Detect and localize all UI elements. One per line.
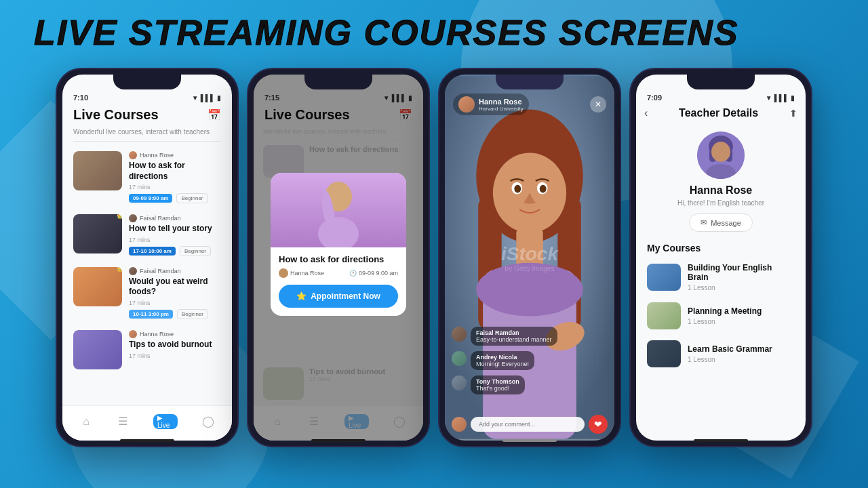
phone-1-title: Live Courses: [73, 107, 159, 123]
nav-home[interactable]: ⌂: [80, 415, 92, 428]
p4-course-name-2: Planning a Meeting: [688, 306, 762, 316]
teacher-avatar-image: [697, 131, 745, 179]
tag-level-3: Beginner: [177, 309, 208, 319]
teacher-large-avatar: [697, 131, 745, 179]
calendar-icon[interactable]: 📅: [208, 108, 221, 121]
phone-4-title: Teacher Details: [679, 107, 758, 119]
back-button[interactable]: ‹: [644, 107, 648, 119]
course-name-3: Would you eat weird foods?: [129, 277, 221, 298]
tag-level-2: Beginner: [180, 246, 211, 256]
p4-course-item-1[interactable]: Building Your English Brain 1 Lesson: [636, 259, 806, 296]
course-thumb-4: [73, 330, 122, 369]
course-teacher-3: Faisal Ramdan: [129, 267, 221, 275]
course-item-2[interactable]: 👑 Faisal Ramdan How to tell your story 1…: [62, 210, 232, 260]
chat-message-3: Tony Thomson That's good!: [452, 375, 608, 394]
svg-point-10: [514, 185, 521, 193]
modal-meta: Hanna Rose 🕐 09-09 9:00 am: [271, 268, 406, 285]
comment-input[interactable]: [471, 417, 585, 432]
course-thumb-1: [73, 151, 122, 190]
course-thumb-3: 👑: [73, 267, 122, 306]
course-duration-4: 17 mins: [129, 352, 221, 359]
phone-1-status-icons: ▼ ▌▌▌ ▮: [192, 94, 221, 102]
home-icon: ⌂: [80, 415, 92, 428]
appointment-button[interactable]: ⭐ Appointment Now: [279, 285, 398, 308]
phone-4: 7:09 ▼ ▌▌▌ ▮ ‹ Teacher Details ⬆: [629, 68, 812, 447]
battery-icon: ▮: [217, 94, 221, 102]
teacher-name-display: Hanna Rose: [690, 184, 752, 197]
p4-thumb-2: [647, 302, 681, 329]
crown-badge-3: 👑: [117, 267, 122, 272]
phone-2-notch: [304, 75, 372, 89]
live-teacher-details: Hanna Rose Harvard University: [479, 98, 524, 112]
modal-person-image: [271, 173, 406, 247]
chat-text-2: Morning! Everyone!: [476, 361, 529, 367]
page-title: LIVE STREAMING COURSES SCREENS: [34, 12, 738, 53]
chat-message-1: Faisal Ramdan Easy-to-understand manner: [452, 327, 608, 346]
svg-point-11: [540, 185, 547, 193]
chat-name-3: Tony Thomson: [476, 378, 519, 385]
teacher-avatar-sm-1: [129, 151, 137, 159]
p4-thumb-1: [647, 264, 681, 291]
p4-course-name-3: Learn Basic Grammar: [688, 344, 772, 354]
signal-icon-4: ▌▌▌: [774, 94, 789, 102]
chat-avatar-tony: [452, 375, 467, 390]
phone-3-home-indicator: [502, 439, 557, 442]
course-tags-2: 17-10 10:00 am Beginner: [129, 246, 221, 256]
modal-teacher-avatar: [279, 268, 288, 278]
course-item-1[interactable]: Hanna Rose How to ask for directions 17 …: [62, 147, 232, 207]
course-duration-3: 17 mins: [129, 300, 221, 306]
course-info-2: Faisal Ramdan How to tell your story 17 …: [129, 214, 221, 256]
phone-3-notch: [496, 75, 564, 89]
chat-message-2: Andrey Nicola Morning! Everyone!: [452, 351, 608, 370]
wifi-icon: ▼: [192, 94, 199, 102]
tag-time-2: 17-10 10:00 am: [129, 247, 176, 256]
p4-course-item-2[interactable]: Planning a Meeting 1 Lesson: [636, 298, 806, 333]
p4-thumb-3: [647, 340, 681, 367]
watermark: iStock by Getty Images: [501, 243, 558, 272]
share-button[interactable]: ⬆: [789, 108, 797, 119]
modal-teacher-info: Hanna Rose: [279, 268, 324, 278]
phone-1-subtitle: Wonderful live courses, interact with te…: [62, 128, 232, 141]
phone-1-bottom-nav: ⌂ ☰ ▶ Live ◯: [62, 405, 232, 441]
svg-point-20: [711, 142, 730, 162]
course-tags-3: 10-11 3:00 pm Beginner: [129, 309, 221, 319]
message-button[interactable]: ✉ Message: [689, 214, 753, 232]
live-close-button[interactable]: ✕: [590, 96, 606, 113]
wifi-icon-4: ▼: [766, 94, 772, 102]
p4-course-name-1: Building Your English Brain: [688, 263, 795, 282]
course-item-3[interactable]: 👑 Faisal Ramdan Would you eat weird food…: [62, 263, 232, 323]
tag-time-3: 10-11 3:00 pm: [129, 310, 173, 319]
live-icon: ▶ Live: [153, 414, 178, 429]
course-name-4: Tips to avoid burnout: [129, 340, 221, 350]
chat-avatar-andrey: [452, 351, 467, 366]
phone-1-divider: [73, 141, 221, 142]
course-item-4[interactable]: Hanna Rose Tips to avoid burnout 17 mins: [62, 326, 232, 373]
course-info-3: Faisal Ramdan Would you eat weird foods?…: [129, 267, 221, 319]
phone-4-header: ‹ Teacher Details ⬆: [636, 104, 806, 125]
tag-time-1: 09-09 9:00 am: [129, 194, 172, 203]
chat-text-3: That's good!: [476, 385, 519, 392]
course-thumb-2: 👑: [73, 214, 122, 253]
live-teacher-name: Hanna Rose: [479, 98, 524, 106]
watermark-text-main: iStock: [501, 243, 558, 265]
like-button[interactable]: ❤: [589, 415, 608, 434]
nav-profile[interactable]: ◯: [202, 415, 214, 428]
course-duration-1: 17 mins: [129, 184, 221, 190]
nav-live[interactable]: ▶ Live: [153, 414, 178, 429]
teacher-avatar-sm-3: [129, 267, 137, 275]
phone-2-modal-overlay: How to ask for directions Hanna Rose 🕐 0…: [254, 75, 423, 441]
nav-courses[interactable]: ☰: [117, 415, 129, 428]
appointment-label: Appointment Now: [311, 291, 380, 301]
course-name-2: How to tell your story: [129, 224, 221, 235]
phone-1: 7:10 ▼ ▌▌▌ ▮ Live Courses 📅 Wonderful li…: [56, 68, 239, 447]
teacher-avatar-svg: [697, 131, 745, 179]
phone-3: iStock by Getty Images Hanna Rose Harvar…: [438, 68, 621, 447]
phone-4-home-indicator: [694, 439, 748, 442]
battery-icon-4: ▮: [791, 94, 795, 102]
course-teacher-2: Faisal Ramdan: [129, 214, 221, 222]
phone-4-notch: [687, 75, 755, 89]
p4-course-item-3[interactable]: Learn Basic Grammar 1 Lesson: [636, 336, 806, 371]
course-info-4: Hanna Rose Tips to avoid burnout 17 mins: [129, 330, 221, 362]
live-user-info: Hanna Rose Harvard University: [453, 94, 529, 115]
my-avatar: [452, 417, 467, 432]
